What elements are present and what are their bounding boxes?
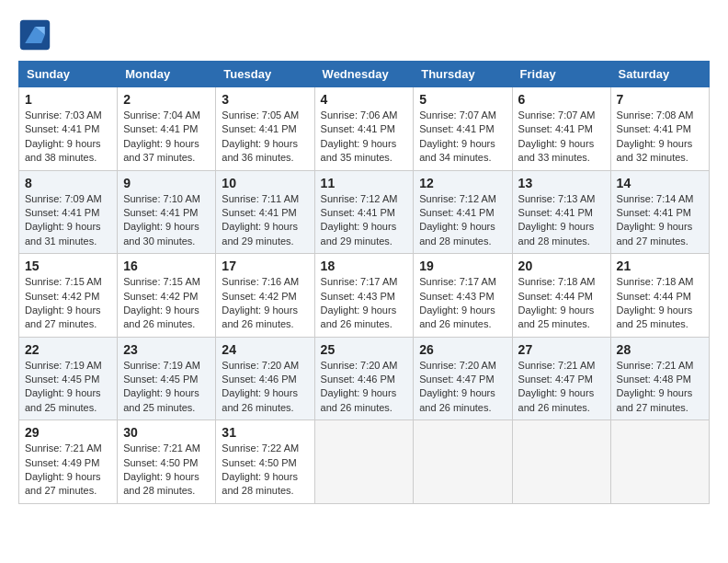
sunset-label: Sunset: 4:48 PM [617, 373, 691, 385]
daylight-label: Daylight: 9 hours and 26 minutes. [123, 304, 199, 329]
day-info: Sunrise: 7:11 AM Sunset: 4:41 PM Dayligh… [222, 192, 308, 249]
sunrise-label: Sunrise: 7:17 AM [321, 276, 398, 287]
sunset-label: Sunset: 4:41 PM [321, 123, 395, 134]
sunrise-label: Sunrise: 7:11 AM [222, 193, 299, 204]
day-info: Sunrise: 7:21 AM Sunset: 4:50 PM Dayligh… [123, 442, 210, 499]
calendar-day-cell: 19 Sunrise: 7:17 AM Sunset: 4:43 PM Dayl… [414, 254, 512, 338]
calendar-day-cell: 23 Sunrise: 7:19 AM Sunset: 4:45 PM Dayl… [118, 337, 216, 420]
sunset-label: Sunset: 4:50 PM [222, 457, 296, 468]
calendar-day-cell: 22 Sunrise: 7:19 AM Sunset: 4:45 PM Dayl… [19, 337, 118, 420]
calendar-day-cell: 31 Sunrise: 7:22 AM Sunset: 4:50 PM Dayl… [216, 420, 314, 504]
calendar-day-cell: 11 Sunrise: 7:12 AM Sunset: 4:41 PM Dayl… [314, 170, 414, 254]
sunset-label: Sunset: 4:41 PM [25, 207, 99, 218]
day-info: Sunrise: 7:08 AM Sunset: 4:41 PM Dayligh… [617, 109, 703, 166]
sunrise-label: Sunrise: 7:10 AM [123, 193, 200, 204]
sunset-label: Sunset: 4:43 PM [321, 291, 395, 302]
sunset-label: Sunset: 4:42 PM [222, 291, 296, 302]
sunset-label: Sunset: 4:41 PM [617, 207, 691, 218]
day-number: 2 [123, 92, 210, 107]
sunset-label: Sunset: 4:41 PM [123, 207, 198, 218]
day-number: 3 [222, 92, 308, 107]
day-info: Sunrise: 7:20 AM Sunset: 4:47 PM Dayligh… [419, 359, 506, 416]
sunset-label: Sunset: 4:42 PM [123, 291, 198, 302]
sunrise-label: Sunrise: 7:09 AM [25, 193, 102, 204]
logo-icon [18, 18, 51, 52]
day-info: Sunrise: 7:18 AM Sunset: 4:44 PM Dayligh… [518, 275, 605, 332]
day-number: 13 [518, 176, 605, 190]
sunrise-label: Sunrise: 7:03 AM [25, 109, 102, 121]
sunrise-label: Sunrise: 7:13 AM [518, 193, 596, 204]
calendar-day-cell: 1 Sunrise: 7:03 AM Sunset: 4:41 PM Dayli… [19, 87, 118, 171]
day-number: 16 [123, 259, 210, 273]
sunset-label: Sunset: 4:41 PM [518, 123, 593, 134]
day-number: 26 [419, 342, 506, 357]
daylight-label: Daylight: 9 hours and 26 minutes. [419, 304, 495, 329]
day-number: 31 [222, 425, 308, 440]
calendar-week-row: 22 Sunrise: 7:19 AM Sunset: 4:45 PM Dayl… [19, 337, 710, 420]
weekday-header-cell: Thursday [414, 62, 512, 87]
sunrise-label: Sunrise: 7:20 AM [321, 360, 398, 371]
day-info: Sunrise: 7:17 AM Sunset: 4:43 PM Dayligh… [419, 275, 506, 332]
day-number: 17 [222, 259, 308, 273]
day-number: 1 [25, 92, 111, 107]
calendar-day-cell: 24 Sunrise: 7:20 AM Sunset: 4:46 PM Dayl… [216, 337, 314, 420]
sunrise-label: Sunrise: 7:15 AM [123, 276, 200, 287]
sunset-label: Sunset: 4:46 PM [222, 373, 296, 385]
day-number: 5 [419, 92, 506, 107]
day-info: Sunrise: 7:15 AM Sunset: 4:42 PM Dayligh… [123, 275, 210, 332]
sunrise-label: Sunrise: 7:21 AM [25, 442, 102, 454]
day-info: Sunrise: 7:12 AM Sunset: 4:41 PM Dayligh… [419, 192, 506, 249]
calendar-day-cell: 25 Sunrise: 7:20 AM Sunset: 4:46 PM Dayl… [314, 337, 414, 420]
calendar-day-cell: 3 Sunrise: 7:05 AM Sunset: 4:41 PM Dayli… [216, 87, 314, 171]
sunset-label: Sunset: 4:41 PM [222, 207, 296, 218]
calendar-week-row: 15 Sunrise: 7:15 AM Sunset: 4:42 PM Dayl… [19, 254, 710, 338]
calendar-day-cell [314, 420, 414, 504]
day-info: Sunrise: 7:19 AM Sunset: 4:45 PM Dayligh… [123, 359, 210, 416]
sunrise-label: Sunrise: 7:21 AM [518, 360, 596, 371]
daylight-label: Daylight: 9 hours and 35 minutes. [321, 138, 397, 163]
sunset-label: Sunset: 4:46 PM [321, 373, 395, 385]
calendar-day-cell: 29 Sunrise: 7:21 AM Sunset: 4:49 PM Dayl… [19, 420, 118, 504]
weekday-header-cell: Sunday [19, 62, 118, 87]
calendar-day-cell: 5 Sunrise: 7:07 AM Sunset: 4:41 PM Dayli… [414, 87, 512, 171]
sunrise-label: Sunrise: 7:21 AM [123, 442, 200, 454]
calendar-day-cell: 15 Sunrise: 7:15 AM Sunset: 4:42 PM Dayl… [19, 254, 118, 338]
sunrise-label: Sunrise: 7:05 AM [222, 109, 299, 121]
day-number: 18 [321, 259, 408, 273]
sunrise-label: Sunrise: 7:19 AM [25, 360, 102, 371]
daylight-label: Daylight: 9 hours and 26 minutes. [321, 304, 397, 329]
calendar-day-cell: 28 Sunrise: 7:21 AM Sunset: 4:48 PM Dayl… [610, 337, 709, 420]
daylight-label: Daylight: 9 hours and 28 minutes. [419, 221, 495, 246]
sunrise-label: Sunrise: 7:12 AM [321, 193, 398, 204]
daylight-label: Daylight: 9 hours and 37 minutes. [123, 138, 199, 163]
daylight-label: Daylight: 9 hours and 36 minutes. [222, 138, 298, 163]
calendar-day-cell: 10 Sunrise: 7:11 AM Sunset: 4:41 PM Dayl… [216, 170, 314, 254]
day-number: 29 [25, 425, 111, 440]
weekday-header-cell: Tuesday [216, 62, 314, 87]
sunset-label: Sunset: 4:41 PM [419, 123, 494, 134]
daylight-label: Daylight: 9 hours and 33 minutes. [518, 138, 595, 163]
calendar-day-cell: 17 Sunrise: 7:16 AM Sunset: 4:42 PM Dayl… [216, 254, 314, 338]
sunrise-label: Sunrise: 7:17 AM [419, 276, 496, 287]
day-number: 6 [518, 92, 605, 107]
calendar-day-cell: 20 Sunrise: 7:18 AM Sunset: 4:44 PM Dayl… [512, 254, 610, 338]
sunrise-label: Sunrise: 7:07 AM [518, 109, 596, 121]
calendar-day-cell: 30 Sunrise: 7:21 AM Sunset: 4:50 PM Dayl… [118, 420, 216, 504]
day-info: Sunrise: 7:03 AM Sunset: 4:41 PM Dayligh… [25, 109, 111, 166]
weekday-header-cell: Wednesday [314, 62, 414, 87]
day-number: 19 [419, 259, 506, 273]
calendar-day-cell [512, 420, 610, 504]
sunrise-label: Sunrise: 7:22 AM [222, 442, 299, 454]
sunset-label: Sunset: 4:43 PM [419, 291, 494, 302]
day-info: Sunrise: 7:21 AM Sunset: 4:47 PM Dayligh… [518, 359, 605, 416]
day-number: 8 [25, 176, 111, 190]
daylight-label: Daylight: 9 hours and 25 minutes. [25, 387, 101, 412]
sunset-label: Sunset: 4:50 PM [123, 457, 198, 468]
day-number: 14 [617, 176, 703, 190]
daylight-label: Daylight: 9 hours and 27 minutes. [617, 387, 693, 412]
daylight-label: Daylight: 9 hours and 32 minutes. [617, 138, 693, 163]
daylight-label: Daylight: 9 hours and 25 minutes. [617, 304, 693, 329]
sunset-label: Sunset: 4:41 PM [518, 207, 593, 218]
sunrise-label: Sunrise: 7:16 AM [222, 276, 299, 287]
calendar-day-cell [414, 420, 512, 504]
